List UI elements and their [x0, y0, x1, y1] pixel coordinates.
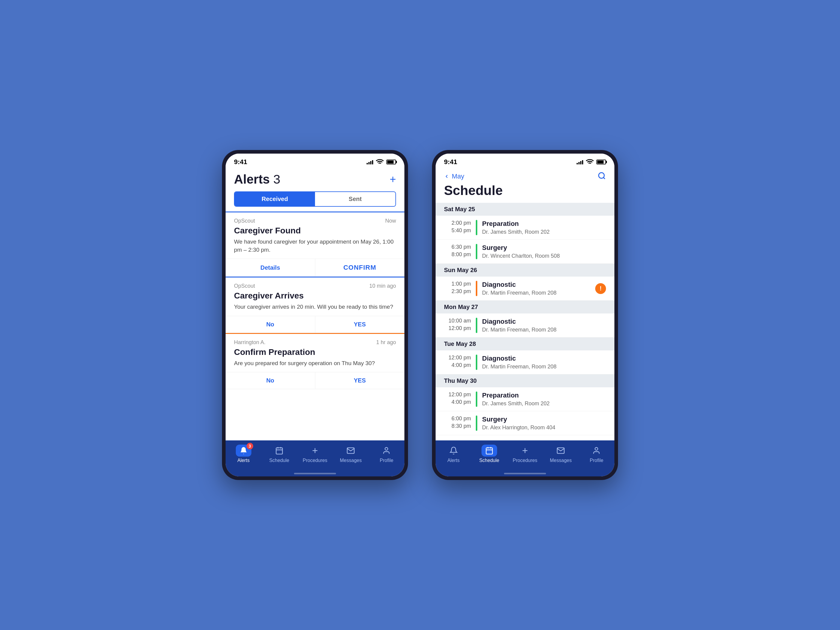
nav-item-procedures-sched[interactable]: Procedures [507, 445, 543, 463]
phones-container: 9:41 [222, 150, 618, 480]
alerts-list: OpScout Now Caregiver Found We have foun… [226, 212, 404, 441]
date-header-sat: Sat May 25 [436, 203, 614, 216]
schedule-title: Schedule [436, 183, 614, 203]
home-indicator-schedule [436, 471, 614, 477]
tab-sent[interactable]: Sent [315, 192, 395, 206]
nav-item-schedule-sched[interactable]: Schedule [471, 445, 507, 463]
svg-point-7 [599, 173, 605, 178]
color-bar-surgery-thu [476, 415, 477, 431]
home-bar-schedule [504, 473, 546, 474]
procedures-icon-sched [521, 447, 529, 455]
alert-card-3: Harrington A. 1 hr ago Confirm Preparati… [226, 333, 404, 389]
nav-label-alerts-sched: Alerts [447, 458, 459, 463]
event-sub-surgery-sat: Dr. Wincent Charlton, Room 508 [482, 253, 606, 259]
color-bar-diag-sun [476, 281, 477, 296]
time-col-surgery-thu: 6:00 pm 8:30 pm [444, 415, 471, 431]
nav-label-profile-sched: Profile [590, 458, 603, 463]
alert-indicator-diag-sun: ! [595, 283, 606, 294]
status-icons-alerts [366, 158, 396, 166]
nav-item-profile-sched[interactable]: Profile [579, 445, 614, 463]
schedule-item-preparation-thu[interactable]: 12:00 pm 4:00 pm Preparation Dr. James S… [436, 387, 614, 411]
schedule-item-preparation-sat[interactable]: 2:00 pm 5:40 pm Preparation Dr. James Sm… [436, 216, 614, 240]
nav-item-messages-sched[interactable]: Messages [543, 445, 579, 463]
battery-icon [387, 159, 396, 164]
status-bar-alerts: 9:41 [226, 153, 404, 169]
schedule-item-surgery-sat[interactable]: 6:30 pm 8:00 pm Surgery Dr. Wincent Char… [436, 240, 614, 264]
alert-yes-button-3[interactable]: YES [315, 372, 405, 389]
alert-no-button-2[interactable]: No [226, 316, 315, 333]
time-start-prep-sat: 2:00 pm [452, 220, 471, 226]
date-header-sun: Sun May 26 [436, 264, 614, 276]
alert-time-3: 1 hr ago [376, 339, 396, 346]
event-col-prep-sat: Preparation Dr. James Smith, Room 202 [482, 220, 606, 235]
time-col-diag-sun: 1:00 pm 2:30 pm [444, 281, 471, 296]
status-time-alerts: 9:41 [234, 158, 247, 166]
time-start-surgery-sat: 6:30 pm [452, 244, 471, 250]
calendar-icon-alerts-nav [275, 447, 284, 455]
profile-icon-sched [592, 447, 601, 455]
alert-title-3: Confirm Preparation [234, 347, 396, 357]
bottom-nav-alerts: 3 Alerts Schedule [226, 441, 404, 471]
alert-body-1: We have found caregiver for your appoint… [234, 238, 396, 254]
schedule-item-surgery-thu[interactable]: 6:00 pm 8:30 pm Surgery Dr. Alex Harring… [436, 411, 614, 435]
nav-item-alerts-sched[interactable]: Alerts [436, 445, 471, 463]
time-start-surgery-thu: 6:00 pm [452, 415, 471, 422]
schedule-item-diagnostic-tue[interactable]: 12:00 pm 4:00 pm Diagnostic Dr. Martin F… [436, 351, 614, 374]
back-arrow-icon [444, 174, 449, 179]
nav-label-schedule-sched: Schedule [479, 458, 499, 463]
nav-item-alerts[interactable]: 3 Alerts [226, 445, 261, 463]
alert-confirm-button-1[interactable]: CONFIRM [315, 259, 405, 276]
back-button[interactable]: May [444, 172, 464, 180]
battery-icon-schedule [597, 159, 606, 164]
tab-switcher: Received Sent [234, 191, 396, 207]
nav-item-schedule[interactable]: Schedule [261, 445, 297, 463]
svg-rect-0 [276, 448, 282, 454]
alert-source-2: OpScout [234, 283, 255, 289]
alerts-title: Alerts 3 [234, 172, 280, 186]
home-indicator-alerts [226, 471, 404, 477]
alert-yes-button-2[interactable]: YES [315, 316, 405, 333]
event-sub-diag-mon: Dr. Martin Freeman, Room 208 [482, 327, 606, 333]
time-start-diag-mon: 10:00 am [448, 318, 471, 324]
date-header-tue: Tue May 28 [436, 338, 614, 351]
schedule-item-diagnostic-mon[interactable]: 10:00 am 12:00 pm Diagnostic Dr. Martin … [436, 314, 614, 338]
time-col-diag-tue: 12:00 pm 4:00 pm [444, 355, 471, 370]
alert-details-button-1[interactable]: Details [226, 259, 315, 276]
status-icons-schedule [576, 158, 606, 166]
event-col-prep-thu: Preparation Dr. James Smith, Room 202 [482, 392, 606, 407]
alert-body-2: Your caregiver arrives in 20 min. Will y… [234, 303, 396, 311]
alert-source-3: Harrington A. [234, 339, 265, 346]
nav-item-profile[interactable]: Profile [369, 445, 404, 463]
wifi-icon-schedule [586, 158, 594, 166]
event-title-surgery-sat: Surgery [482, 244, 606, 252]
event-sub-diag-sun: Dr. Martin Freeman, Room 208 [482, 290, 591, 296]
nav-item-procedures[interactable]: Procedures [297, 445, 333, 463]
tab-received[interactable]: Received [235, 192, 315, 206]
date-header-mon: Mon May 27 [436, 301, 614, 314]
event-col-surgery-thu: Surgery Dr. Alex Harrington, Room 404 [482, 415, 606, 431]
schedule-nav-header: May [436, 169, 614, 183]
search-button[interactable] [598, 172, 606, 181]
nav-icon-wrap-alerts-sched [446, 445, 461, 456]
bell-icon [239, 447, 248, 455]
procedures-icon-alerts-nav [311, 447, 319, 455]
status-bar-schedule: 9:41 [436, 153, 614, 169]
schedule-item-diagnostic-sun[interactable]: 1:00 pm 2:30 pm Diagnostic Dr. Martin Fr… [436, 276, 614, 301]
alert-time-2: 10 min ago [369, 283, 396, 289]
nav-item-messages[interactable]: Messages [333, 445, 369, 463]
nav-label-messages: Messages [340, 458, 362, 463]
event-title-diag-sun: Diagnostic [482, 281, 591, 289]
nav-icon-wrap-alerts: 3 [236, 445, 251, 456]
alert-no-button-3[interactable]: No [226, 372, 315, 389]
alert-meta-3: Harrington A. 1 hr ago [234, 339, 396, 346]
add-button[interactable]: + [390, 173, 396, 186]
time-end-prep-thu: 4:00 pm [452, 399, 471, 405]
alert-meta-1: OpScout Now [234, 218, 396, 224]
search-icon [598, 172, 606, 180]
signal-icon-schedule [576, 159, 583, 164]
event-sub-surgery-thu: Dr. Alex Harrington, Room 404 [482, 425, 606, 431]
time-start-prep-thu: 12:00 pm [448, 392, 471, 398]
time-end-surgery-sat: 8:00 pm [452, 251, 471, 258]
time-col-prep-thu: 12:00 pm 4:00 pm [444, 392, 471, 407]
signal-icon [366, 159, 373, 164]
